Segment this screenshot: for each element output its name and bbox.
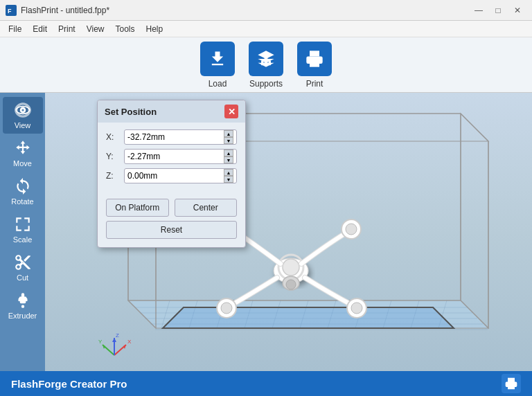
x-spin-down[interactable]: ▼	[224, 137, 233, 144]
svg-rect-2	[265, 57, 268, 65]
cut-label: Cut	[17, 273, 28, 282]
menu-edit[interactable]: Edit	[27, 23, 53, 35]
svg-text:X: X	[127, 339, 132, 345]
toolbar: Load Supports Print	[0, 37, 532, 93]
menu-help[interactable]: Help	[141, 23, 169, 35]
y-label: Y:	[106, 152, 120, 161]
dialog-close-button[interactable]: ✕	[224, 105, 238, 118]
y-field-row: Y: ▲ ▼	[106, 149, 237, 164]
supports-icon	[249, 42, 283, 76]
set-position-dialog: Set Position ✕ X: ▲ ▼ Y:	[97, 100, 246, 248]
load-button[interactable]: Load	[200, 42, 235, 89]
scale-label: Scale	[13, 235, 33, 244]
svg-point-48	[351, 303, 362, 314]
y-spin-up[interactable]: ▲	[224, 150, 233, 156]
button-row-2: Reset	[106, 221, 237, 239]
main-area: View Move Rotate Scale Cut Extruder	[0, 93, 532, 371]
sidebar-cut-button[interactable]: Cut	[3, 249, 43, 286]
menu-tools[interactable]: Tools	[110, 23, 141, 35]
rotate-label: Rotate	[11, 197, 33, 206]
y-spinner: ▲ ▼	[224, 150, 233, 163]
z-spin-up[interactable]: ▲	[224, 169, 233, 176]
z-spin-down[interactable]: ▼	[224, 176, 233, 183]
menu-view[interactable]: View	[81, 23, 110, 35]
viewport[interactable]: X Y Z Set Position ✕ X: ▲	[45, 93, 532, 371]
reset-button[interactable]: Reset	[106, 221, 237, 239]
print-button[interactable]: Print	[297, 42, 332, 89]
x-field-row: X: ▲ ▼	[106, 129, 237, 145]
x-label: X:	[106, 132, 120, 142]
title-bar-left: F FlashPrint - untitled.fpp*	[6, 5, 109, 16]
x-spin-up[interactable]: ▲	[224, 130, 233, 137]
window-title: FlashPrint - untitled.fpp*	[21, 6, 109, 15]
extruder-label: Extruder	[8, 312, 37, 320]
svg-rect-3	[261, 60, 264, 65]
svg-point-40	[283, 259, 299, 276]
svg-text:Z: Z	[116, 332, 119, 339]
x-input[interactable]	[127, 132, 183, 142]
dialog-title-bar: Set Position ✕	[98, 100, 245, 123]
supports-button[interactable]: Supports	[249, 42, 283, 89]
menu-print[interactable]: Print	[53, 23, 81, 35]
status-bar: FlashForge Creator Pro	[0, 371, 532, 396]
svg-point-7	[21, 109, 24, 111]
print-icon	[297, 42, 332, 76]
app-icon: F	[6, 5, 17, 16]
svg-point-9	[21, 305, 24, 308]
x-input-container: ▲ ▼	[124, 129, 237, 145]
button-row-1: On Platform Center	[106, 199, 237, 217]
sidebar-move-button[interactable]: Move	[3, 135, 43, 172]
svg-point-46	[221, 303, 232, 314]
sidebar-extruder-button[interactable]: Extruder	[3, 287, 43, 324]
dialog-buttons: On Platform Center Reset	[98, 195, 245, 247]
sidebar-scale-button[interactable]: Scale	[3, 211, 43, 248]
z-field-row: Z: ▲ ▼	[106, 168, 237, 183]
axis-indicator: X Y Z	[97, 331, 132, 366]
svg-rect-5	[310, 60, 319, 66]
supports-label: Supports	[249, 79, 283, 89]
y-input[interactable]	[127, 152, 183, 161]
print-label: Print	[306, 79, 323, 89]
status-title: FlashForge Creator Pro	[11, 378, 127, 390]
sidebar: View Move Rotate Scale Cut Extruder	[0, 93, 45, 371]
minimize-button[interactable]: —	[470, 3, 488, 17]
title-bar: F FlashPrint - untitled.fpp* — □ ✕	[0, 0, 532, 21]
close-button[interactable]: ✕	[508, 3, 526, 17]
svg-text:Y: Y	[98, 339, 103, 345]
view-label: View	[15, 121, 31, 129]
svg-text:F: F	[8, 8, 12, 15]
dialog-body: X: ▲ ▼ Y: ▲	[98, 123, 245, 195]
y-input-container: ▲ ▼	[124, 149, 237, 164]
menu-file[interactable]: File	[3, 23, 27, 35]
svg-rect-4	[269, 60, 272, 65]
z-input-container: ▲ ▼	[124, 168, 237, 183]
on-platform-button[interactable]: On Platform	[106, 199, 169, 217]
maximize-button[interactable]: □	[489, 3, 507, 17]
z-label: Z:	[106, 171, 120, 181]
title-bar-controls: — □ ✕	[470, 3, 526, 17]
svg-point-44	[346, 224, 357, 235]
sidebar-rotate-button[interactable]: Rotate	[3, 173, 43, 210]
center-button[interactable]: Center	[175, 199, 238, 217]
load-label: Load	[209, 79, 227, 89]
z-input[interactable]	[127, 171, 183, 181]
dialog-title-text: Set Position	[105, 107, 157, 117]
move-label: Move	[13, 159, 32, 168]
menu-bar: File Edit Print View Tools Help	[0, 21, 532, 37]
z-spinner: ▲ ▼	[224, 169, 233, 183]
sidebar-view-button[interactable]: View	[3, 97, 43, 134]
x-spinner: ▲ ▼	[224, 130, 233, 144]
load-icon	[200, 42, 235, 76]
svg-point-50	[286, 280, 296, 289]
svg-marker-12	[461, 114, 488, 328]
y-spin-down[interactable]: ▼	[224, 156, 233, 163]
printer-icon	[502, 374, 521, 393]
